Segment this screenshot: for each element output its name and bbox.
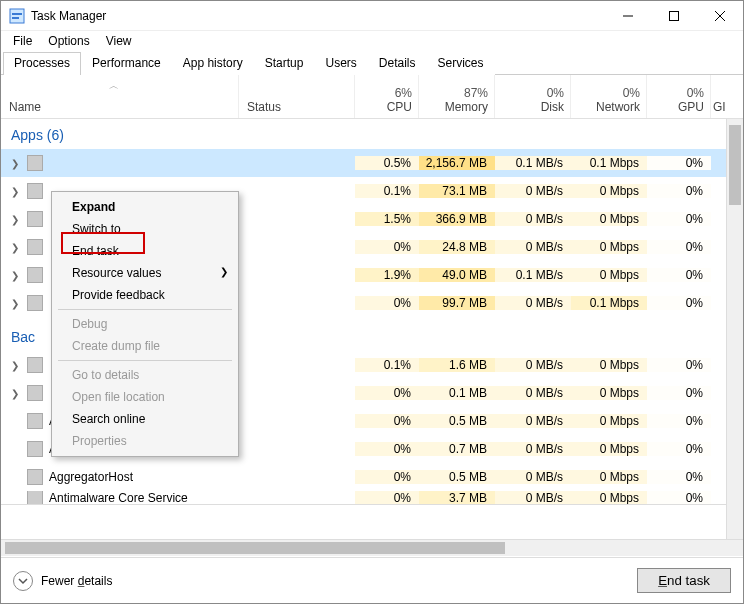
col-disk[interactable]: 0% Disk — [495, 75, 571, 118]
close-button[interactable] — [697, 1, 743, 31]
tab-details[interactable]: Details — [368, 52, 427, 75]
hscrollbar-thumb[interactable] — [5, 542, 505, 554]
memory-cell: 0.1 MB — [419, 386, 495, 400]
maximize-button[interactable] — [651, 1, 697, 31]
table-row[interactable]: AggregatorHost0%0.5 MB0 MB/s0 Mbps0% — [1, 463, 743, 491]
col-name-label: Name — [9, 100, 230, 114]
memory-cell: 24.8 MB — [419, 240, 495, 254]
cpu-cell: 0% — [355, 386, 419, 400]
disk-cell: 0.1 MB/s — [495, 268, 571, 282]
expand-chevron-icon[interactable]: ❯ — [11, 360, 21, 371]
expand-chevron-icon[interactable]: ❯ — [11, 298, 21, 309]
tab-services[interactable]: Services — [427, 52, 495, 75]
tab-processes[interactable]: Processes — [3, 52, 81, 75]
scrollbar-thumb[interactable] — [729, 125, 741, 205]
col-memory[interactable]: 87% Memory — [419, 75, 495, 118]
network-cell: 0 Mbps — [571, 184, 647, 198]
disk-cell: 0 MB/s — [495, 358, 571, 372]
tab-app-history[interactable]: App history — [172, 52, 254, 75]
ctx-search-online[interactable]: Search online — [54, 408, 236, 430]
end-task-button[interactable]: End task — [637, 568, 731, 593]
ctx-properties: Properties — [54, 430, 236, 452]
svg-rect-1 — [12, 13, 22, 15]
menu-view[interactable]: View — [98, 32, 140, 50]
vertical-scrollbar[interactable] — [726, 119, 743, 539]
network-cell: 0.1 Mbps — [571, 156, 647, 170]
col-memory-label: Memory — [425, 100, 488, 114]
ctx-switch-to[interactable]: Switch to — [54, 218, 236, 240]
tab-strip: Processes Performance App history Startu… — [1, 51, 743, 75]
horizontal-scrollbar[interactable] — [1, 539, 743, 556]
col-gpu-label: GPU — [653, 100, 704, 114]
gpu-cell: 0% — [647, 470, 711, 484]
ctx-provide-feedback[interactable]: Provide feedback — [54, 284, 236, 306]
expand-chevron-icon[interactable]: ❯ — [11, 186, 21, 197]
gpu-cell: 0% — [647, 414, 711, 428]
group-apps[interactable]: Apps (6) — [1, 119, 743, 149]
process-icon — [27, 357, 43, 373]
ctx-open-file-location: Open file location — [54, 386, 236, 408]
cpu-cell: 0% — [355, 470, 419, 484]
tab-startup[interactable]: Startup — [254, 52, 315, 75]
ctx-end-task[interactable]: End task — [54, 240, 236, 262]
col-truncated[interactable]: GI — [711, 75, 731, 118]
network-cell: 0 Mbps — [571, 240, 647, 254]
tab-users[interactable]: Users — [314, 52, 367, 75]
expand-chevron-icon[interactable]: ❯ — [11, 388, 21, 399]
gpu-cell: 0% — [647, 268, 711, 282]
network-cell: 0 Mbps — [571, 268, 647, 282]
table-row[interactable]: Antimalware Core Service0%3.7 MB0 MB/s0 … — [1, 491, 743, 505]
expand-chevron-icon[interactable]: ❯ — [11, 214, 21, 225]
gpu-cell: 0% — [647, 156, 711, 170]
network-cell: 0 Mbps — [571, 442, 647, 456]
gpu-cell: 0% — [647, 240, 711, 254]
col-cpu[interactable]: 6% CPU — [355, 75, 419, 118]
memory-cell: 366.9 MB — [419, 212, 495, 226]
expand-chevron-icon[interactable]: ❯ — [11, 242, 21, 253]
cpu-cell: 0% — [355, 296, 419, 310]
disk-cell: 0 MB/s — [495, 212, 571, 226]
memory-usage-pct: 87% — [425, 86, 488, 100]
table-row[interactable]: ❯0.5%2,156.7 MB0.1 MB/s0.1 Mbps0% — [1, 149, 743, 177]
menu-options[interactable]: Options — [40, 32, 97, 50]
col-status[interactable]: Status — [239, 75, 355, 118]
process-icon — [27, 183, 43, 199]
memory-cell: 0.5 MB — [419, 470, 495, 484]
svg-rect-4 — [670, 11, 679, 20]
svg-rect-0 — [10, 9, 24, 23]
gpu-cell: 0% — [647, 442, 711, 456]
expand-chevron-icon[interactable]: ❯ — [11, 158, 21, 169]
process-name-cell: ❯ — [1, 155, 239, 171]
disk-cell: 0 MB/s — [495, 470, 571, 484]
process-icon — [27, 441, 43, 457]
network-usage-pct: 0% — [577, 86, 640, 100]
context-menu: Expand Switch to End task Resource value… — [51, 191, 239, 457]
tab-performance[interactable]: Performance — [81, 52, 172, 75]
col-cpu-label: CPU — [361, 100, 412, 114]
ctx-separator — [58, 360, 232, 361]
process-icon — [27, 155, 43, 171]
process-icon — [27, 469, 43, 485]
fewer-details-button[interactable]: Fewer details — [13, 571, 112, 591]
ctx-go-to-details: Go to details — [54, 364, 236, 386]
col-gpu[interactable]: 0% GPU — [647, 75, 711, 118]
process-name-cell: Antimalware Core Service — [1, 491, 239, 505]
col-status-label: Status — [247, 100, 281, 114]
col-network-label: Network — [577, 100, 640, 114]
minimize-button[interactable] — [605, 1, 651, 31]
gpu-cell: 0% — [647, 296, 711, 310]
col-network[interactable]: 0% Network — [571, 75, 647, 118]
menu-file[interactable]: File — [5, 32, 40, 50]
disk-cell: 0 MB/s — [495, 240, 571, 254]
process-icon — [27, 267, 43, 283]
disk-cell: 0 MB/s — [495, 442, 571, 456]
svg-rect-2 — [12, 17, 19, 19]
ctx-resource-values[interactable]: Resource values ❯ — [54, 262, 236, 284]
memory-cell: 99.7 MB — [419, 296, 495, 310]
ctx-debug: Debug — [54, 313, 236, 335]
expand-chevron-icon[interactable]: ❯ — [11, 270, 21, 281]
disk-cell: 0 MB/s — [495, 491, 571, 505]
menu-bar: File Options View — [1, 31, 743, 51]
col-name[interactable]: ︿ Name — [1, 75, 239, 118]
ctx-expand[interactable]: Expand — [54, 196, 236, 218]
